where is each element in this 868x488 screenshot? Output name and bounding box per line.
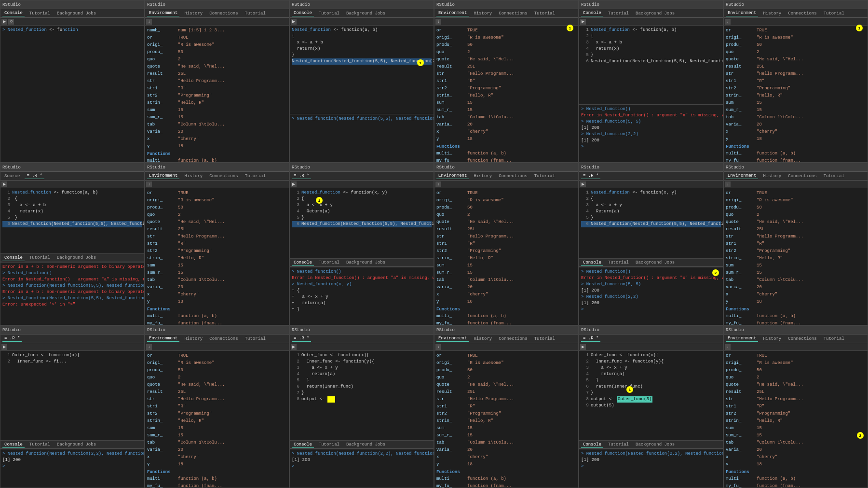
- import-btn-r2-2[interactable]: ↓: [146, 181, 152, 187]
- panel-r3-6-env-tabs[interactable]: Environment History Connections Tutorial: [724, 335, 868, 343]
- tab-env-r2-2[interactable]: Environment: [147, 173, 179, 179]
- tab-bgj-r3-5[interactable]: Background Jobs: [634, 442, 677, 447]
- tab-hist-2[interactable]: History: [182, 11, 204, 16]
- tab-bgj-r2-5[interactable]: Background Jobs: [634, 260, 677, 265]
- tab-hist-r3-4[interactable]: History: [472, 336, 494, 342]
- panel-1-editor[interactable]: > Nested_function <- fu nction: [0, 26, 144, 162]
- panel-r3-2-env-tabs[interactable]: Environment History Connections Tutorial: [145, 335, 289, 343]
- tab-tut-r2-3[interactable]: Tutorial: [317, 260, 341, 265]
- import-btn-2[interactable]: ↓: [146, 19, 152, 25]
- import-btn-4[interactable]: ↓: [435, 19, 441, 25]
- tab-hist-r2-4[interactable]: History: [472, 173, 494, 179]
- tab-bgj-r2-1[interactable]: Background Jobs: [55, 255, 98, 261]
- tab-bgj-3[interactable]: Background Jobs: [344, 11, 387, 16]
- panel-r3-1-console[interactable]: > Nested_function(Nested_function(2,2), …: [0, 449, 144, 488]
- panel-r3-1-editor[interactable]: 1Outer_func <- function(x){ 2 Inner_func…: [0, 351, 144, 440]
- tab-hist-4[interactable]: History: [472, 11, 494, 16]
- tab-conn-r3-6[interactable]: Connections: [786, 336, 818, 342]
- panel-r2-5-console-tabs[interactable]: Console Tutorial Background Jobs: [579, 258, 723, 267]
- panel-r2-3-editor[interactable]: 1Nested_function <- function(x, y) 2{ 3 …: [290, 188, 434, 258]
- tab-tut-r3-6[interactable]: Tutorial: [822, 336, 846, 342]
- panel-r2-3-console-tabs[interactable]: Console Tutorial Background Jobs: [290, 258, 434, 267]
- panel-r3-4-env-tabs[interactable]: Environment History Connections Tutorial: [434, 335, 578, 343]
- tab-hist-r2-6[interactable]: History: [761, 173, 783, 179]
- panel-r3-1-src-tabs[interactable]: ≡ .R *: [0, 335, 144, 343]
- tab-env-r2-4[interactable]: Environment: [436, 173, 469, 179]
- tab-bgj-5[interactable]: Background Jobs: [634, 11, 677, 16]
- import-btn-r3-6[interactable]: ↓: [725, 344, 731, 350]
- tab-env-6[interactable]: Environment: [726, 10, 758, 16]
- tab-tut-r3-5[interactable]: Tutorial: [606, 442, 631, 447]
- tab-conn-r3-2[interactable]: Connections: [207, 336, 240, 342]
- tab-console-5[interactable]: Console: [581, 10, 603, 16]
- run-btn-1[interactable]: ▶: [1, 19, 7, 25]
- tab-cons-r2-3[interactable]: Console: [292, 260, 314, 266]
- tab-env-4[interactable]: Environment: [436, 10, 469, 16]
- panel-5-editor[interactable]: 1Nested_function <- function(a, b) 2{ 3 …: [579, 26, 723, 104]
- tab-hist-r2-2[interactable]: History: [182, 173, 204, 179]
- panel-r3-5-editor[interactable]: 1Outer_func <- function(x){ 2 Inner_func…: [579, 351, 723, 440]
- panel-r3-5-console-tabs[interactable]: Console Tutorial Background Jobs: [579, 440, 723, 449]
- panel-r2-1-console-tabs[interactable]: Console Tutorial Background Jobs: [0, 253, 144, 262]
- run-btn-r2-1[interactable]: ▶: [1, 181, 7, 187]
- panel-6-env-tabs[interactable]: Environment History Connections Tutorial: [724, 9, 868, 18]
- import-btn-r3-2[interactable]: ↓: [146, 344, 152, 350]
- tab-tut-6[interactable]: Tutorial: [822, 11, 846, 16]
- tab-tut-5[interactable]: Tutorial: [606, 11, 631, 16]
- tab-hist-6[interactable]: History: [761, 11, 783, 16]
- tab-env-r3-4[interactable]: Environment: [436, 335, 469, 342]
- tab-src-r3-5[interactable]: ≡ .R *: [581, 335, 600, 342]
- tab-cons-r3-5[interactable]: Console: [581, 442, 603, 448]
- panel-r2-3-console[interactable]: > Nested_function() Error in Nested_func…: [290, 267, 434, 325]
- tab-tut-r3-3[interactable]: Tutorial: [317, 442, 341, 447]
- tab-env-2[interactable]: Environment: [147, 10, 179, 16]
- panel-4-env-tabs[interactable]: Environment History Connections Tutorial: [434, 9, 578, 18]
- run-btn-r3-1[interactable]: ▶: [1, 344, 7, 350]
- tab-bgj-r3-3[interactable]: Background Jobs: [344, 442, 387, 447]
- panel-r2-1-editor[interactable]: 1Nested_function <- function(a, b) 2 { 3…: [0, 188, 144, 253]
- run-btn-r3-5[interactable]: ▶: [580, 344, 586, 350]
- panel-r2-5-src-tabs[interactable]: ≡ .R *: [579, 172, 723, 181]
- tab-bgj-1[interactable]: Background Jobs: [55, 11, 98, 16]
- panel-3-console[interactable]: > Nested_function(Nested_function(5,5), …: [290, 114, 434, 162]
- import-btn-6[interactable]: ↓: [725, 19, 731, 25]
- tab-env-r3-2[interactable]: Environment: [147, 335, 179, 342]
- tab-conn-r2-2[interactable]: Connections: [207, 173, 240, 179]
- panel-r3-3-console[interactable]: > Nested_function(Nested_function(2,2), …: [290, 449, 434, 488]
- panel-r3-1-console-tabs[interactable]: Console Tutorial Background Jobs: [0, 440, 144, 449]
- tab-conn-6[interactable]: Connections: [786, 11, 818, 16]
- tab-hist-r3-6[interactable]: History: [761, 336, 783, 342]
- panel-r2-1-console[interactable]: Error in a + b : non-numeric argument to…: [0, 262, 144, 325]
- panel-r3-3-editor[interactable]: 1Outer_func <- function(x){ 2 Inner_func…: [290, 351, 434, 440]
- tab-tut-r3-4[interactable]: Tutorial: [532, 336, 557, 342]
- panel-r2-6-env-tabs[interactable]: Environment History Connections Tutorial: [724, 172, 868, 181]
- tab-tut-r2-6[interactable]: Tutorial: [822, 173, 846, 179]
- panel-r3-3-console-tabs[interactable]: Console Tutorial Background Jobs: [290, 440, 434, 449]
- tab-src-r3-1[interactable]: ≡ .R *: [2, 335, 22, 342]
- run-btn-r3-3[interactable]: ▶: [291, 344, 297, 350]
- panel-r2-2-env-tabs[interactable]: Environment History Connections Tutorial: [145, 172, 289, 181]
- panel-3-editor[interactable]: Nested_function <- function(a, b) { x <-…: [290, 26, 434, 114]
- tab-cons-r3-1[interactable]: Console: [2, 442, 25, 448]
- panel-r2-5-console[interactable]: > Nested_function() Error in Nested_func…: [579, 267, 723, 325]
- clear-btn-1[interactable]: ↺: [8, 19, 14, 25]
- tab-src-r2-3[interactable]: ≡ .R *: [292, 173, 311, 179]
- tab-console-3[interactable]: Console: [292, 10, 314, 16]
- run-btn-r2-3[interactable]: ▶: [291, 181, 297, 187]
- panel-3-tabs[interactable]: Console Tutorial Background Jobs: [290, 9, 434, 18]
- tab-env-r3-6[interactable]: Environment: [726, 335, 758, 342]
- tab-cons-r2-1[interactable]: Console: [2, 255, 25, 261]
- import-btn-r2-6[interactable]: ↓: [725, 181, 731, 187]
- run-btn-3[interactable]: ▶: [291, 19, 297, 25]
- tab-bgj-r3-1[interactable]: Background Jobs: [55, 442, 98, 447]
- import-btn-r3-4[interactable]: ↓: [435, 344, 441, 350]
- run-btn-5[interactable]: ▶: [580, 19, 586, 25]
- tab-cons-r2-5[interactable]: Console: [581, 260, 603, 266]
- tab-tut-r2-1[interactable]: Tutorial: [27, 255, 52, 261]
- panel-r3-3-src-tabs[interactable]: ≡ .R *: [290, 335, 434, 343]
- tab-env-r2-6[interactable]: Environment: [726, 173, 758, 179]
- tab-tut-4[interactable]: Tutorial: [532, 11, 557, 16]
- panel-5-console[interactable]: > Nested_function() Error in Nested_func…: [579, 104, 723, 162]
- tab-conn-r2-6[interactable]: Connections: [786, 173, 818, 179]
- tab-cons-r3-3[interactable]: Console: [292, 442, 314, 448]
